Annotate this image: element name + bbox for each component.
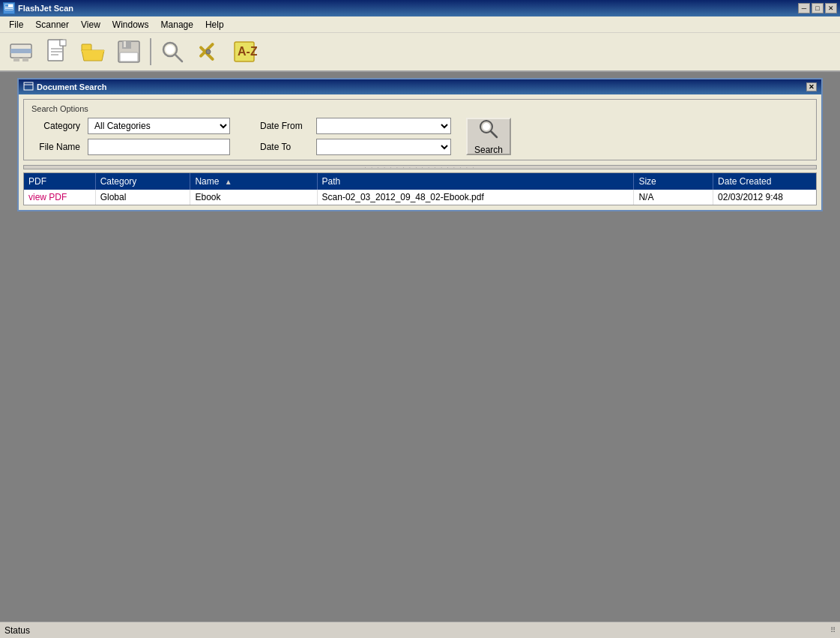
close-button[interactable]: ✕ [825,3,837,13]
toolbar: A-Z [0,33,840,72]
app-icon [3,2,15,14]
svg-text:A-Z: A-Z [238,45,257,58]
menu-file[interactable]: File [3,18,29,31]
search-toolbar-button[interactable] [156,35,189,68]
splitter[interactable]: · · · · · · · · · · · · · · · · · · [23,165,817,169]
window-controls[interactable]: ─ □ ✕ [798,3,837,13]
svg-rect-7 [22,58,28,61]
search-row-2: File Name Date To [31,139,451,155]
svg-rect-29 [24,82,33,90]
maximize-button[interactable]: □ [812,3,824,13]
svg-rect-16 [82,50,104,52]
search-button-icon [478,118,499,143]
search-row-1: Category All Categories Date From [31,118,451,134]
filename-input[interactable] [88,139,230,155]
document-search-window: Document Search ✕ Search Options Categor… [17,78,823,211]
menu-windows[interactable]: Windows [106,18,155,31]
svg-rect-10 [60,40,66,46]
svg-line-22 [175,55,182,61]
col-header-date-created[interactable]: Date Created [713,173,816,190]
filename-label: File Name [31,142,80,152]
col-header-pdf[interactable]: PDF [24,173,95,190]
document-toolbar-button[interactable] [40,35,73,68]
date-from-select[interactable] [316,118,451,134]
search-options-panel: Search Options Category All Categories D… [23,99,817,160]
cell-pdf[interactable]: view PDF [24,190,95,205]
main-area: Document Search ✕ Search Options Categor… [0,72,840,622]
cell-name: Ebook [190,190,317,205]
date-to-label: Date To [260,142,309,152]
svg-rect-1 [5,4,8,7]
col-header-path[interactable]: Path [317,173,634,190]
app-title: FlashJet Scan [18,4,73,13]
toolbar-separator-1 [150,38,151,65]
scanner-toolbar-button[interactable] [4,35,37,68]
svg-point-23 [166,45,175,54]
results-table-container: PDF Category Name ▲ Path Size Date Creat… [23,172,817,205]
tools-toolbar-button[interactable] [192,35,225,68]
menu-help[interactable]: Help [199,18,230,31]
cell-category: Global [95,190,190,205]
svg-rect-18 [122,41,131,49]
category-select[interactable]: All Categories [88,118,230,134]
splitter-handle: · · · · · · · · · · · · · · · · · · [365,164,476,171]
table-header-row: PDF Category Name ▲ Path Size Date Creat… [24,173,816,190]
col-header-size[interactable]: Size [634,173,713,190]
search-button-label: Search [474,145,503,155]
doc-search-title-bar: Document Search ✕ [19,79,821,94]
svg-rect-6 [13,58,19,61]
status-text: Status [4,625,30,636]
menu-bar: File Scanner View Windows Manage Help [0,16,840,33]
minimize-button[interactable]: ─ [798,3,810,13]
cell-date-created: 02/03/2012 9:48 [713,190,816,205]
svg-marker-15 [82,50,104,61]
menu-manage[interactable]: Manage [155,18,199,31]
title-bar-left: FlashJet Scan [3,2,73,14]
col-header-name[interactable]: Name ▲ [190,173,317,190]
open-toolbar-button[interactable] [76,35,109,68]
date-to-select[interactable] [316,139,451,155]
search-form: Category All Categories Date From File N… [31,118,451,155]
table-body: view PDF Global Ebook Scan-02_03_2012_09… [24,190,816,205]
table-row: view PDF Global Ebook Scan-02_03_2012_09… [24,190,816,205]
results-table: PDF Category Name ▲ Path Size Date Creat… [24,173,816,205]
svg-line-33 [491,131,497,137]
search-execute-button[interactable]: Search [466,118,511,155]
resize-handle-icon: ⠿ [830,626,836,634]
svg-rect-5 [10,49,31,53]
doc-search-window-icon [23,82,34,92]
view-pdf-link[interactable]: view PDF [28,192,67,202]
svg-rect-3 [5,9,13,10]
svg-rect-20 [120,52,138,61]
sort-arrow: ▲ [225,178,232,186]
menu-scanner[interactable]: Scanner [29,18,75,31]
svg-point-26 [206,49,211,54]
status-bar: Status ⠿ [0,622,840,638]
title-bar: FlashJet Scan ─ □ ✕ [0,0,840,16]
category-label: Category [31,121,80,131]
menu-view[interactable]: View [75,18,106,31]
col-header-category[interactable]: Category [95,173,190,190]
svg-point-32 [483,123,490,130]
svg-rect-2 [5,7,13,8]
svg-rect-19 [124,41,126,47]
doc-search-close-button[interactable]: ✕ [806,82,817,91]
cell-path: Scan-02_03_2012_09_48_02-Ebook.pdf [317,190,634,205]
search-options-label: Search Options [31,104,809,113]
index-toolbar-button[interactable]: A-Z [228,35,261,68]
date-from-label: Date From [260,121,309,131]
save-toolbar-button[interactable] [112,35,145,68]
doc-search-window-title: Document Search [37,82,107,91]
search-form-container: Category All Categories Date From File N… [31,118,809,155]
cell-size: N/A [634,190,713,205]
